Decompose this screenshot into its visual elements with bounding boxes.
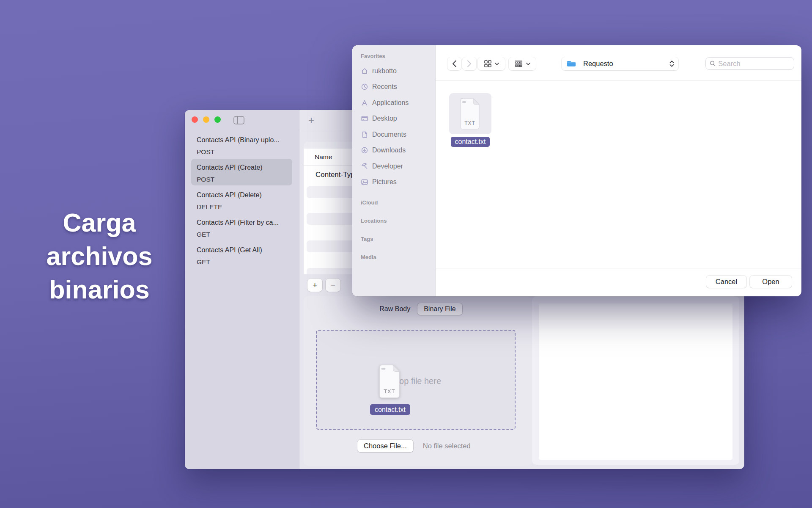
file-name-label: contact.txt xyxy=(451,137,490,147)
open-file-dialog: Favorites rukbotto Recents xyxy=(352,45,801,296)
file-picker-row: Choose File... No file selected xyxy=(357,440,471,452)
sidebar-toggle-button[interactable] xyxy=(233,116,245,125)
request-list: Contacts API (Binary uplo... POST Contac… xyxy=(185,131,299,269)
request-method: DELETE xyxy=(197,203,287,211)
sidebar-item-pictures[interactable]: Pictures xyxy=(361,174,435,190)
dialog-main-area: Requesto xyxy=(436,45,801,296)
request-name: Contacts API (Delete) xyxy=(197,191,287,199)
sidebar-item-label: Developer xyxy=(372,163,403,170)
section-header-icloud: iCloud xyxy=(361,199,435,206)
forward-button[interactable] xyxy=(462,57,476,70)
search-input[interactable] xyxy=(718,60,790,68)
sidebar-item-label: Recents xyxy=(372,83,397,91)
request-method: POST xyxy=(197,176,287,183)
footer-separator xyxy=(436,268,801,268)
file-drop-zone[interactable]: Drop file here TXT contact.txt xyxy=(316,330,516,430)
file-status-text: No file selected xyxy=(423,442,471,450)
sidebar-item-recents[interactable]: Recents xyxy=(361,79,435,95)
response-panel xyxy=(532,296,739,465)
new-tab-button[interactable]: + xyxy=(305,114,317,126)
sidebar-item-applications[interactable]: Applications xyxy=(361,95,435,111)
txt-document-icon: TXT xyxy=(458,98,483,130)
chevron-down-icon xyxy=(526,63,530,65)
section-header-locations: Locations xyxy=(361,218,435,224)
body-type-segmented-control: Raw Body Binary File xyxy=(304,303,532,315)
sidebar-item-developer[interactable]: Developer xyxy=(361,158,435,174)
chevron-left-icon xyxy=(452,60,457,67)
section-header-tags: Tags xyxy=(361,236,435,243)
search-icon xyxy=(710,60,716,67)
location-popup[interactable]: Requesto xyxy=(562,57,678,70)
drop-hint-text: Drop file here xyxy=(317,376,515,386)
request-method: POST xyxy=(197,148,287,156)
headline-line: binarios xyxy=(23,273,176,306)
toolbar-separator xyxy=(436,80,801,81)
location-label: Requesto xyxy=(583,60,613,68)
back-button[interactable] xyxy=(447,57,461,70)
request-item[interactable]: Contacts API (Delete) DELETE xyxy=(191,186,292,213)
choose-file-button[interactable]: Choose File... xyxy=(357,440,413,452)
svg-text:TXT: TXT xyxy=(464,120,475,126)
chevron-down-icon xyxy=(495,63,499,65)
zoom-window-button[interactable] xyxy=(214,116,221,123)
document-icon xyxy=(361,131,368,138)
open-button[interactable]: Open xyxy=(750,276,792,288)
sidebar-item-downloads[interactable]: Downloads xyxy=(361,143,435,159)
file-icon-selection: TXT xyxy=(449,93,491,134)
favorites-list: rukbotto Recents Applications xyxy=(361,63,435,190)
desktop-background: Carga archivos binarios Contacts API (Bi… xyxy=(0,0,812,508)
search-field[interactable] xyxy=(705,57,794,70)
headline-line: Carga xyxy=(23,206,176,240)
remove-row-button[interactable]: − xyxy=(326,279,340,292)
request-item[interactable]: Contacts API (Binary uplo... POST xyxy=(191,131,292,158)
section-header-media: Media xyxy=(361,254,435,261)
tab-raw-body[interactable]: Raw Body xyxy=(373,303,417,315)
photo-icon xyxy=(361,178,368,186)
minimize-window-button[interactable] xyxy=(203,116,209,123)
request-name: Contacts API (Create) xyxy=(197,163,287,171)
request-item[interactable]: Contacts API (Filter by ca... GET xyxy=(191,214,292,240)
dragged-file[interactable]: TXT xyxy=(377,364,403,400)
svg-text:TXT: TXT xyxy=(384,388,395,395)
sidebar-item-documents[interactable]: Documents xyxy=(361,127,435,143)
sidebar-item-label: Desktop xyxy=(372,115,397,122)
applications-icon xyxy=(361,99,368,107)
request-name: Contacts API (Filter by ca... xyxy=(197,218,287,226)
favorites-header: Favorites xyxy=(361,53,435,60)
dialog-toolbar: Requesto xyxy=(436,57,801,70)
table-buttons: + − xyxy=(307,279,340,292)
clock-icon xyxy=(361,83,368,91)
chevron-right-icon xyxy=(467,60,472,67)
cancel-button[interactable]: Cancel xyxy=(706,276,746,288)
request-item[interactable]: Contacts API (Get All) GET xyxy=(191,241,292,268)
sidebar-item-label: Downloads xyxy=(372,146,406,154)
icon-view-button[interactable] xyxy=(478,57,505,70)
sidebar-item-label: rukbotto xyxy=(372,67,397,75)
add-row-button[interactable]: + xyxy=(307,279,322,292)
download-icon xyxy=(361,146,368,154)
request-name: Contacts API (Get All) xyxy=(197,246,287,254)
request-item-selected[interactable]: Contacts API (Create) POST xyxy=(191,159,292,185)
sidebar-toggle-icon xyxy=(233,116,244,124)
request-method: GET xyxy=(197,258,287,266)
home-icon xyxy=(361,67,368,75)
group-view-button[interactable] xyxy=(509,57,536,70)
headline: Carga archivos binarios xyxy=(23,206,176,306)
response-body-area xyxy=(539,303,732,460)
sidebar-item-desktop[interactable]: Desktop xyxy=(361,111,435,127)
body-panel: Raw Body Binary File Drop file here TXT … xyxy=(304,296,532,466)
sidebar-item-label: Documents xyxy=(372,131,406,138)
headline-line: archivos xyxy=(23,240,176,273)
window-controls xyxy=(192,116,221,123)
file-item-contact-txt[interactable]: TXT contact.txt xyxy=(449,93,491,147)
sidebar-sections: iCloud Locations Tags Media xyxy=(361,199,435,261)
up-down-chevrons-icon xyxy=(669,61,674,67)
close-window-button[interactable] xyxy=(192,116,198,123)
grid-view-icon xyxy=(484,60,491,67)
tab-binary-file[interactable]: Binary File xyxy=(417,303,462,315)
sidebar-item-home[interactable]: rukbotto xyxy=(361,63,435,79)
txt-document-icon: TXT xyxy=(377,364,403,398)
dragged-file-label[interactable]: contact.txt xyxy=(370,404,410,415)
request-name: Contacts API (Binary uplo... xyxy=(197,136,287,144)
group-view-icon xyxy=(515,61,523,67)
